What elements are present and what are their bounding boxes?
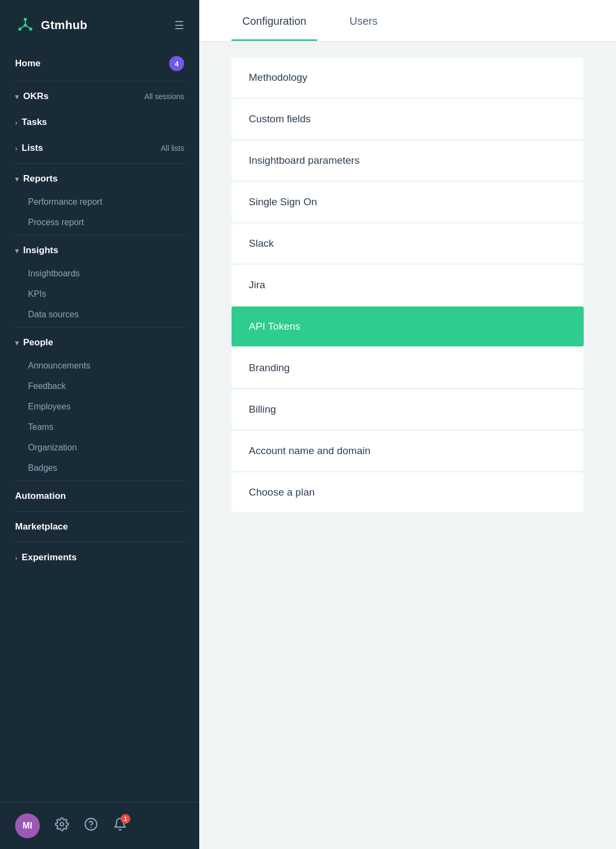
notifications-icon[interactable]: 1 xyxy=(113,817,127,834)
sidebar: Gtmhub ☰ Home 4 ▾ OKRs All sessions › Ta… xyxy=(0,0,199,849)
sidebar-item-employees[interactable]: Employees xyxy=(0,396,199,417)
sidebar-item-organization[interactable]: Organization xyxy=(0,437,199,458)
logo-text: Gtmhub xyxy=(41,18,87,32)
sidebar-item-label: Lists xyxy=(22,143,43,154)
config-item-jira[interactable]: Jira xyxy=(232,265,584,305)
chevron-down-icon: ▾ xyxy=(15,339,19,347)
sidebar-item-feedback[interactable]: Feedback xyxy=(0,376,199,396)
divider-people xyxy=(15,481,184,481)
sidebar-item-marketplace[interactable]: Marketplace xyxy=(0,514,199,540)
sidebar-item-insights[interactable]: ▾ Insights xyxy=(0,238,199,263)
divider-lists xyxy=(15,163,184,164)
help-icon[interactable] xyxy=(84,817,98,834)
sidebar-item-tasks[interactable]: › Tasks xyxy=(0,109,199,135)
svg-point-8 xyxy=(60,823,64,826)
sidebar-item-home[interactable]: Home 4 xyxy=(0,48,199,79)
sidebar-item-label: Tasks xyxy=(22,117,47,128)
svg-point-1 xyxy=(24,18,27,21)
config-item-choose-a-plan[interactable]: Choose a plan xyxy=(232,472,584,512)
lists-sublabel: All lists xyxy=(160,144,184,152)
svg-line-7 xyxy=(26,26,30,28)
sidebar-item-label: Insights xyxy=(23,245,58,256)
sidebar-item-reports[interactable]: ▾ Reports xyxy=(0,166,199,192)
sidebar-footer: MI 1 xyxy=(0,802,199,849)
divider-reports xyxy=(15,235,184,235)
sidebar-item-label: Experiments xyxy=(22,552,76,563)
sidebar-item-announcements[interactable]: Announcements xyxy=(0,356,199,376)
chevron-down-icon: ▾ xyxy=(15,175,19,183)
config-item-custom-fields[interactable]: Custom fields xyxy=(232,99,584,139)
config-item-api-tokens[interactable]: API Tokens xyxy=(232,307,584,346)
sidebar-item-label: People xyxy=(23,337,53,348)
sidebar-item-data-sources[interactable]: Data sources xyxy=(0,304,199,325)
sidebar-item-teams[interactable]: Teams xyxy=(0,417,199,437)
sidebar-item-lists[interactable]: › Lists All lists xyxy=(0,135,199,161)
tabs-bar: Configuration Users xyxy=(199,0,616,41)
logo-area[interactable]: Gtmhub xyxy=(15,15,87,36)
svg-line-6 xyxy=(21,26,24,28)
chevron-right-icon: › xyxy=(15,119,17,127)
logo-icon xyxy=(15,15,36,36)
chevron-down-icon: ▾ xyxy=(15,247,19,255)
sidebar-item-label: Home xyxy=(15,58,40,69)
notification-badge: 1 xyxy=(121,814,130,824)
sidebar-item-performance-report[interactable]: Performance report xyxy=(0,192,199,212)
config-list: Methodology Custom fields Insightboard p… xyxy=(199,41,616,530)
chevron-down-icon: ▾ xyxy=(15,93,19,101)
sidebar-item-kpis[interactable]: KPIs xyxy=(0,284,199,304)
settings-icon[interactable] xyxy=(55,817,69,834)
main-content: Configuration Users Methodology Custom f… xyxy=(199,0,616,849)
config-item-billing[interactable]: Billing xyxy=(232,389,584,429)
hamburger-icon[interactable]: ☰ xyxy=(174,19,184,32)
config-item-slack[interactable]: Slack xyxy=(232,224,584,263)
divider-marketplace xyxy=(15,542,184,542)
sidebar-item-label: Marketplace xyxy=(15,521,68,532)
chevron-right-icon: › xyxy=(15,144,17,152)
sidebar-item-okrs[interactable]: ▾ OKRs All sessions xyxy=(0,83,199,109)
sidebar-item-experiments[interactable]: › Experiments xyxy=(0,545,199,570)
sidebar-item-automation[interactable]: Automation xyxy=(0,483,199,509)
config-item-methodology[interactable]: Methodology xyxy=(232,58,584,98)
config-item-insightboard-parameters[interactable]: Insightboard parameters xyxy=(232,141,584,180)
divider-home xyxy=(15,81,184,81)
sidebar-item-process-report[interactable]: Process report xyxy=(0,212,199,233)
okrs-sublabel: All sessions xyxy=(144,92,184,101)
sidebar-nav: Home 4 ▾ OKRs All sessions › Tasks › Lis… xyxy=(0,48,199,802)
avatar[interactable]: MI xyxy=(15,813,40,838)
divider-automation xyxy=(15,511,184,512)
home-badge: 4 xyxy=(169,56,184,71)
tab-configuration[interactable]: Configuration xyxy=(232,0,317,41)
config-item-account-name-domain[interactable]: Account name and domain xyxy=(232,431,584,471)
chevron-right-icon: › xyxy=(15,554,17,562)
sidebar-item-badges[interactable]: Badges xyxy=(0,458,199,478)
sidebar-item-people[interactable]: ▾ People xyxy=(0,330,199,356)
sidebar-item-label: Reports xyxy=(23,173,58,184)
config-item-single-sign-on[interactable]: Single Sign On xyxy=(232,182,584,222)
sidebar-header: Gtmhub ☰ xyxy=(0,0,199,48)
tab-users[interactable]: Users xyxy=(339,0,388,41)
divider-insights xyxy=(15,327,184,328)
sidebar-item-label: OKRs xyxy=(23,91,48,102)
config-item-branding[interactable]: Branding xyxy=(232,348,584,388)
sidebar-item-insightboards[interactable]: Insightboards xyxy=(0,263,199,284)
sidebar-item-label: Automation xyxy=(15,491,66,502)
